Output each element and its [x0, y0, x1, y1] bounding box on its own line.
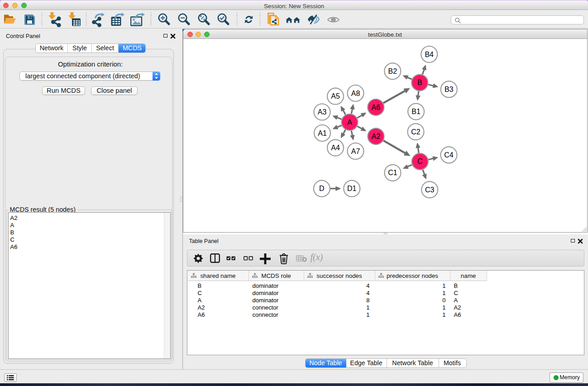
svg-text:A7: A7 — [351, 148, 360, 155]
svg-text:A8: A8 — [351, 90, 360, 97]
svg-text:D: D — [319, 185, 325, 192]
svg-text:B1: B1 — [411, 108, 421, 115]
svg-text:D1: D1 — [347, 185, 357, 192]
svg-text:A4: A4 — [331, 144, 340, 152]
svg-text:A2: A2 — [371, 133, 380, 140]
svg-text:A3: A3 — [317, 108, 326, 116]
svg-text:A: A — [347, 119, 352, 126]
svg-text:C2: C2 — [411, 128, 421, 136]
svg-text:B: B — [417, 79, 422, 86]
svg-text:C: C — [417, 157, 423, 165]
svg-text:C1: C1 — [388, 169, 397, 176]
svg-text:B2: B2 — [388, 67, 397, 75]
svg-text:C3: C3 — [425, 186, 434, 194]
svg-text:C4: C4 — [444, 151, 454, 159]
svg-text:A6: A6 — [371, 104, 380, 111]
svg-text:A5: A5 — [331, 92, 340, 100]
svg-text:A1: A1 — [318, 129, 327, 137]
svg-text:B3: B3 — [445, 86, 454, 93]
svg-text:B4: B4 — [425, 51, 434, 58]
